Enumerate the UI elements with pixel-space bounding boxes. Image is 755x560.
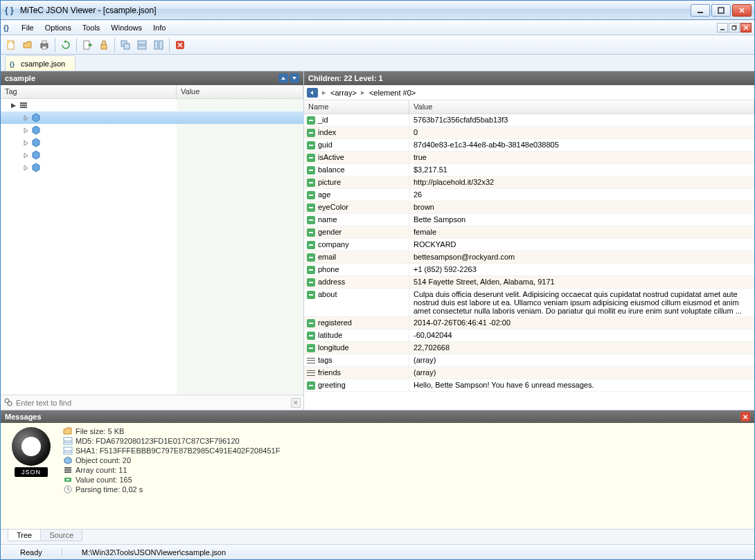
file-tab[interactable]: {} csample.json xyxy=(5,55,76,71)
detail-value-text: true xyxy=(409,152,754,163)
tree-column-tag[interactable]: Tag xyxy=(1,85,177,98)
svg-rect-10 xyxy=(42,41,46,44)
file-tab-label: csample.json xyxy=(21,60,65,68)
detail-row[interactable]: emailbettesampson@rockyard.com xyxy=(304,251,754,264)
svg-rect-22 xyxy=(20,102,27,104)
toolbar-separator xyxy=(169,38,170,52)
collapse-all-button[interactable] xyxy=(278,73,288,83)
detail-row[interactable]: greetingHello, Bette Sampson! You have 6… xyxy=(304,379,754,392)
object-icon xyxy=(63,456,73,464)
breadcrumb-item[interactable]: <element #0> xyxy=(369,89,416,97)
detail-value-text: brown xyxy=(409,201,754,213)
detail-name-text: index xyxy=(318,128,336,136)
detail-row[interactable]: latitude-60,042044 xyxy=(304,329,754,342)
breadcrumb-nav-button[interactable] xyxy=(307,88,318,98)
detail-name-text: eyeColor xyxy=(318,203,348,211)
breadcrumb-separator-icon: ▸ xyxy=(322,88,326,97)
mdi-close-button[interactable] xyxy=(740,23,752,33)
mdi-restore-button[interactable] xyxy=(729,23,740,33)
svg-rect-11 xyxy=(42,46,46,49)
messages-close-button[interactable]: ✕ xyxy=(740,412,750,422)
mdi-minimize-button[interactable] xyxy=(717,23,728,33)
menu-options[interactable]: Options xyxy=(39,21,77,34)
detail-name-text: latitude xyxy=(318,331,342,339)
detail-row[interactable]: isActivetrue xyxy=(304,152,754,164)
expander-icon[interactable] xyxy=(21,114,30,122)
expander-icon[interactable] xyxy=(21,163,30,172)
file-tabstrip: {} csample.json xyxy=(1,55,754,71)
svg-rect-31 xyxy=(64,467,71,469)
detail-value-text: +1 (852) 592-2263 xyxy=(409,264,754,276)
detail-row[interactable]: picturehttp://placehold.it/32x32 xyxy=(304,177,754,189)
toolbar-separator xyxy=(76,38,77,52)
detail-row[interactable]: aboutCulpa duis officia deserunt velit. … xyxy=(304,289,754,317)
tile-vertical-button[interactable] xyxy=(151,37,166,53)
detail-row[interactable]: tags(array) xyxy=(304,354,754,367)
expander-icon[interactable] xyxy=(9,101,17,109)
tree-row-element[interactable] xyxy=(1,111,303,124)
print-button[interactable] xyxy=(37,37,52,53)
tab-source[interactable]: Source xyxy=(40,530,82,541)
detail-row[interactable]: guid87d40e83-e1c3-44e8-ab4b-38148e038805 xyxy=(304,139,754,152)
close-button[interactable] xyxy=(732,4,752,17)
menu-tools[interactable]: Tools xyxy=(77,21,106,34)
detail-row[interactable]: friends(array) xyxy=(304,367,754,379)
detail-row[interactable]: address514 Fayette Street, Alden, Alabam… xyxy=(304,276,754,289)
export-button[interactable] xyxy=(80,37,95,53)
detail-row[interactable]: age26 xyxy=(304,189,754,201)
search-clear-button[interactable]: ✕ xyxy=(291,398,301,408)
expander-icon[interactable] xyxy=(21,138,30,147)
expander-icon[interactable] xyxy=(21,126,30,134)
lock-button[interactable] xyxy=(96,37,112,53)
detail-row[interactable]: eyeColorbrown xyxy=(304,201,754,214)
property-icon xyxy=(307,154,315,162)
expand-all-button[interactable] xyxy=(290,73,299,83)
main-window: { } MiTeC JSON Viewer - [csample.json] {… xyxy=(0,0,755,560)
new-button[interactable] xyxy=(3,37,19,53)
detail-row[interactable]: index0 xyxy=(304,127,754,139)
svg-rect-23 xyxy=(20,105,27,106)
menu-info[interactable]: Info xyxy=(148,21,171,34)
detail-column-name[interactable]: Name xyxy=(304,100,409,114)
svg-rect-17 xyxy=(138,46,146,49)
tree-row-root[interactable] xyxy=(1,99,303,111)
tree-row-element[interactable] xyxy=(1,149,303,161)
svg-text:{ }: { } xyxy=(5,6,14,15)
maximize-button[interactable] xyxy=(711,4,731,17)
message-line-md5: 010MD5: FDA6792080123FD1E017C87C3F796120 xyxy=(63,437,280,445)
property-icon xyxy=(307,191,315,199)
tab-tree[interactable]: Tree xyxy=(8,530,41,541)
detail-row[interactable]: genderfemale xyxy=(304,226,754,239)
toolbar-separator xyxy=(114,38,115,52)
detail-row[interactable]: registered2014-07-26T06:46:41 -02:00 xyxy=(304,317,754,329)
tree-row-element[interactable] xyxy=(1,136,303,149)
cascade-button[interactable] xyxy=(118,37,133,53)
detail-row[interactable]: nameBette Sampson xyxy=(304,214,754,226)
tree-row-element[interactable] xyxy=(1,124,303,136)
object-node-icon xyxy=(31,163,41,172)
open-button[interactable] xyxy=(20,37,35,53)
menu-file[interactable]: File xyxy=(16,21,39,34)
minimize-button[interactable] xyxy=(691,4,710,17)
close-all-button[interactable] xyxy=(172,37,188,53)
hash-icon: 010 xyxy=(63,446,73,455)
tree-row-element[interactable] xyxy=(1,161,303,174)
detail-row[interactable]: phone+1 (852) 592-2263 xyxy=(304,264,754,276)
expander-icon[interactable] xyxy=(21,151,30,159)
detail-value-text: 2014-07-26T06:46:41 -02:00 xyxy=(409,317,754,329)
detail-row[interactable]: companyROCKYARD xyxy=(304,239,754,251)
breadcrumb-item[interactable]: <array> xyxy=(330,89,357,97)
tree-column-value[interactable]: Value xyxy=(177,85,303,98)
detail-row[interactable]: balance$3,217.51 xyxy=(304,164,754,177)
detail-row[interactable]: longitude22,702668 xyxy=(304,342,754,354)
tile-horizontal-button[interactable] xyxy=(134,37,150,53)
detail-column-value[interactable]: Value xyxy=(409,100,754,114)
array-icon xyxy=(307,356,315,365)
menu-windows[interactable]: Windows xyxy=(105,21,148,34)
detail-name-text: gender xyxy=(318,228,341,236)
detail-body[interactable]: _id5763b71c356cfafd5bab13f3index0guid87d… xyxy=(304,114,754,410)
search-input[interactable] xyxy=(16,399,288,407)
refresh-button[interactable] xyxy=(58,37,73,53)
window-buttons xyxy=(691,4,752,17)
detail-row[interactable]: _id5763b71c356cfafd5bab13f3 xyxy=(304,114,754,127)
